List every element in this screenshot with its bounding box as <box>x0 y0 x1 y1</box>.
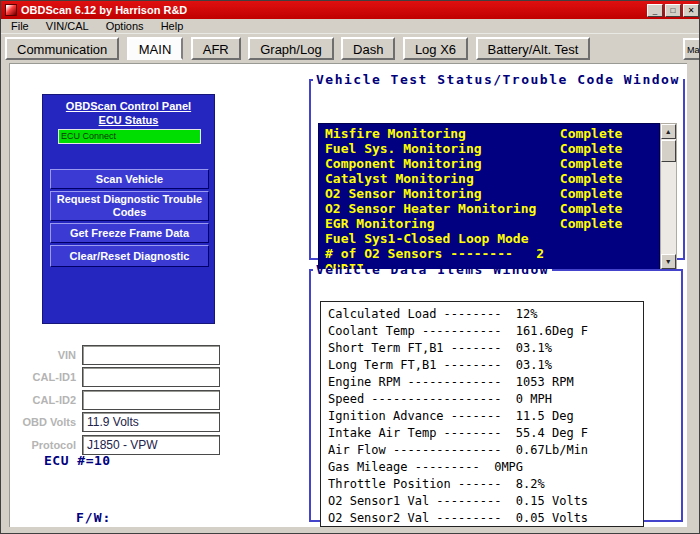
app-icon <box>5 4 17 16</box>
maximize-button[interactable]: □ <box>665 4 681 17</box>
control-panel-buttons: Scan Vehicle Request Diagnostic Trouble … <box>50 169 209 269</box>
cal-id2-label: CAL-ID2 <box>10 390 76 410</box>
cal-id2-field[interactable] <box>82 390 220 410</box>
tab-strip: Communication MAIN AFR Graph/Log Dash Lo… <box>1 34 700 63</box>
freeze-frame-button[interactable]: Get Freeze Frame Data <box>50 223 209 243</box>
control-panel-title: OBDScan Control Panel <box>43 100 214 112</box>
minimize-button[interactable]: _ <box>647 4 663 17</box>
vin-label: VIN <box>10 345 76 365</box>
tab-log-x6[interactable]: Log X6 <box>403 37 468 60</box>
test-status-groupbox: Vehicle Test Status/Trouble Code Window … <box>309 72 685 260</box>
window-controls: _ □ ✕ <box>647 4 699 17</box>
tab-dash[interactable]: Dash <box>341 37 395 60</box>
obd-volts-row: OBD Volts 11.9 Volts <box>10 412 222 432</box>
cal-id1-field[interactable] <box>82 367 220 387</box>
test-status-title: Vehicle Test Status/Trouble Code Window <box>313 72 683 87</box>
scroll-thumb[interactable] <box>661 140 676 162</box>
menu-help[interactable]: Help <box>154 19 191 34</box>
cal-id2-row: CAL-ID2 <box>10 390 222 410</box>
title-bar[interactable]: OBDScan 6.12 by Harrison R&D _ □ ✕ <box>1 1 700 19</box>
scan-vehicle-button[interactable]: Scan Vehicle <box>50 169 209 189</box>
cal-id1-row: CAL-ID1 <box>10 367 222 387</box>
tab-main[interactable]: MAIN <box>127 37 184 60</box>
maxi-clipped-button[interactable]: Maxi <box>683 38 700 60</box>
data-items-display: Calculated Load -------- 12% Coolant Tem… <box>320 301 644 527</box>
firmware-label: F/W: <box>76 510 111 525</box>
scroll-up-icon[interactable]: ▲ <box>661 124 676 139</box>
menu-options[interactable]: Options <box>99 19 151 34</box>
app-window: OBDScan 6.12 by Harrison R&D _ □ ✕ File … <box>0 0 700 534</box>
menu-file[interactable]: File <box>4 19 36 34</box>
test-status-display: Misfire Monitoring Complete Fuel Sys. Mo… <box>318 123 660 270</box>
close-button[interactable]: ✕ <box>683 4 699 17</box>
tab-communication[interactable]: Communication <box>5 37 119 60</box>
protocol-row: Protocol J1850 - VPW <box>10 435 222 455</box>
data-items-groupbox: Vehicle Data Items Window Calculated Loa… <box>309 262 683 522</box>
data-items-title: Vehicle Data Items Window <box>313 262 552 277</box>
protocol-field[interactable]: J1850 - VPW <box>82 435 220 455</box>
cal-id1-label: CAL-ID1 <box>10 367 76 387</box>
request-dtc-button[interactable]: Request Diagnostic Trouble Codes <box>50 191 209 221</box>
obd-volts-field[interactable]: 11.9 Volts <box>82 412 220 432</box>
vin-row: VIN <box>10 345 222 365</box>
client-area: OBDScan Control Panel ECU Status ECU Con… <box>9 63 687 527</box>
control-panel: OBDScan Control Panel ECU Status ECU Con… <box>42 94 215 324</box>
menu-vin-cal[interactable]: VIN/CAL <box>39 19 96 34</box>
obd-volts-label: OBD Volts <box>10 412 76 432</box>
window-title: OBDScan 6.12 by Harrison R&D <box>21 4 647 16</box>
ecu-number-label: ECU #=10 <box>44 453 111 468</box>
tab-graph-log[interactable]: Graph/Log <box>248 37 333 60</box>
ecu-status-field[interactable]: ECU Connect <box>58 129 201 144</box>
clear-reset-button[interactable]: Clear/Reset Diagnostic <box>50 245 209 267</box>
test-status-scrollbar[interactable]: ▲ ▼ <box>660 123 677 270</box>
menu-bar: File VIN/CAL Options Help <box>1 19 700 34</box>
ecu-status-label: ECU Status <box>43 114 214 126</box>
tab-afr[interactable]: AFR <box>191 37 241 60</box>
vin-field[interactable] <box>82 345 220 365</box>
protocol-label: Protocol <box>10 435 76 455</box>
tab-battery-alt-test[interactable]: Battery/Alt. Test <box>476 37 591 60</box>
